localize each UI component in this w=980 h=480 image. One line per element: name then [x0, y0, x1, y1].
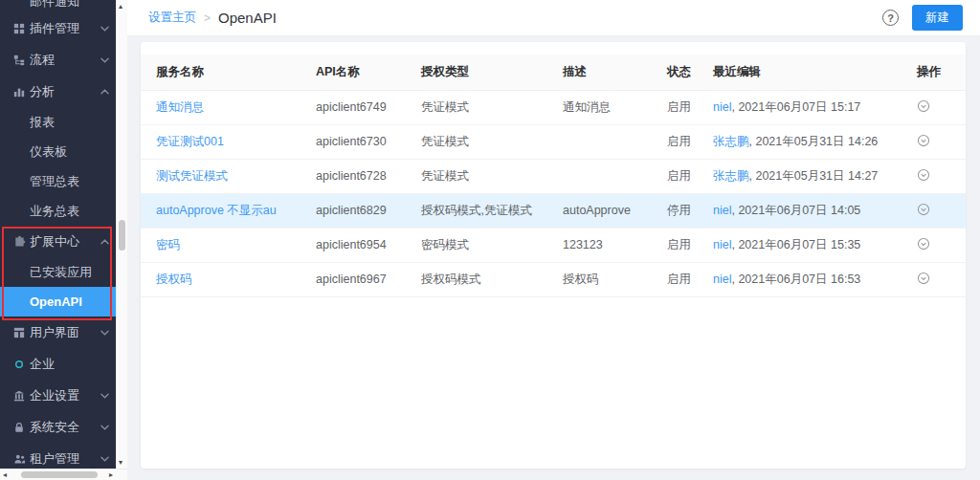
breadcrumb-home-link[interactable]: 设置主页: [148, 10, 196, 26]
last-edited-cell: niel, 2021年06月07日 15:35: [698, 228, 902, 262]
scroll-up-arrow-icon[interactable]: ▴: [119, 3, 122, 11]
actions-cell: [902, 262, 966, 296]
sidebar-item-tenant-management[interactable]: 租户管理: [0, 443, 116, 469]
sidebar-item-label: 已安装应用: [30, 264, 92, 281]
service-name-cell: 通知消息: [141, 90, 301, 124]
editor-link[interactable]: niel: [713, 204, 731, 217]
row-actions-button[interactable]: [917, 237, 930, 253]
sidebar-item-analytics[interactable]: 分析: [0, 76, 116, 107]
last-edited-cell: niel, 2021年06月07日 15:17: [698, 90, 902, 124]
page-title: OpenAPI: [218, 10, 277, 26]
service-name-link[interactable]: autoApprove 不显示au: [156, 204, 277, 217]
sidebar-item-extension-center[interactable]: 扩展中心: [0, 226, 116, 257]
dot-icon: [12, 360, 26, 369]
sidebar-item-label: OpenAPI: [30, 295, 82, 309]
editor-link[interactable]: 张志鹏: [713, 169, 749, 183]
service-name-link[interactable]: 凭证测试001: [156, 135, 224, 148]
table-row: 密码apiclient6954密码模式123123启用niel, 2021年06…: [141, 228, 966, 262]
sidebar-item-mail-notification[interactable]: 邮件通知: [0, 0, 116, 12]
column-header: 最近编辑: [698, 55, 902, 90]
sidebar-item-dashboard[interactable]: 仪表板: [0, 137, 116, 166]
last-edited-cell: 张志鹏, 2021年05月31日 14:27: [698, 159, 902, 193]
sidebar-item-plugin-management[interactable]: 插件管理: [0, 12, 116, 44]
vertical-scrollbar-thumb[interactable]: [119, 220, 125, 251]
row-actions-button[interactable]: [917, 168, 930, 185]
column-header: API名称: [301, 55, 406, 90]
description-cell: 授权码: [547, 262, 652, 296]
chevron-down-circle-icon: [917, 134, 930, 150]
sidebar-horizontal-scrollbar[interactable]: ◂ ▸: [0, 469, 127, 480]
sidebar-item-user-interface[interactable]: 用户界面: [0, 316, 116, 348]
chevron-down-circle-icon: [917, 272, 930, 288]
column-header: 状态: [652, 55, 698, 90]
service-name-link[interactable]: 测试凭证模式: [156, 169, 228, 183]
service-name-link[interactable]: 密码: [156, 238, 180, 251]
chevron-down-icon: [100, 330, 109, 336]
table-row: autoApprove 不显示auapiclient6829授权码模式,凭证模式…: [141, 193, 966, 228]
breadcrumb-separator: >: [204, 11, 211, 25]
sidebar-item-reports[interactable]: 报表: [0, 107, 116, 137]
sidebar-item-label: 邮件通知: [30, 0, 79, 11]
service-name-link[interactable]: 授权码: [156, 273, 192, 286]
chart-icon: [12, 86, 26, 98]
api-name-cell: apiclient6749: [301, 90, 406, 124]
main-content: 设置主页 > OpenAPI ? 新建 服务名称API名称授权类型描述状态最近编…: [127, 0, 980, 480]
chevron-down-circle-icon: [917, 203, 930, 219]
sidebar-item-business-summary[interactable]: 业务总表: [0, 196, 116, 226]
sidebar-item-enterprise[interactable]: 企业: [0, 348, 116, 380]
service-name-link[interactable]: 通知消息: [156, 100, 204, 114]
horizontal-scrollbar-thumb[interactable]: [21, 471, 98, 478]
chevron-down-icon: [100, 456, 109, 462]
create-new-button[interactable]: 新建: [912, 5, 963, 31]
column-header: 描述: [547, 55, 652, 90]
topbar: 设置主页 > OpenAPI ? 新建: [127, 0, 980, 36]
sidebar-vertical-scrollbar[interactable]: ▴ ▾: [116, 0, 127, 469]
chevron-down-icon: [100, 425, 109, 430]
service-name-cell: autoApprove 不显示au: [141, 193, 301, 228]
row-actions-button[interactable]: [917, 203, 930, 219]
flow-icon: [12, 55, 26, 66]
description-cell: [547, 124, 652, 159]
sidebar-item-enterprise-settings[interactable]: 企业设置: [0, 380, 116, 411]
lock-icon: [12, 422, 26, 433]
last-edited-cell: niel, 2021年06月07日 16:53: [698, 262, 902, 296]
sidebar-item-label: 报表: [30, 114, 55, 131]
scroll-left-arrow-icon[interactable]: ◂: [3, 471, 7, 479]
editor-link[interactable]: 张志鹏: [713, 135, 749, 148]
sidebar: 邮件通知插件管理流程分析报表仪表板管理总表业务总表扩展中心已安装应用OpenAP…: [0, 0, 116, 469]
edited-time: , 2021年06月07日 15:17: [731, 100, 860, 114]
api-name-cell: apiclient6728: [301, 159, 406, 193]
editor-link[interactable]: niel: [713, 238, 731, 251]
status-cell: 启用: [652, 90, 698, 124]
sidebar-item-label: 管理总表: [30, 173, 79, 190]
row-actions-button[interactable]: [917, 272, 930, 288]
sidebar-item-label: 分析: [30, 83, 55, 100]
sidebar-item-installed-apps[interactable]: 已安装应用: [0, 257, 116, 287]
sidebar-item-management-summary[interactable]: 管理总表: [0, 166, 116, 196]
row-actions-button[interactable]: [917, 99, 930, 116]
scroll-right-arrow-icon[interactable]: ▸: [109, 471, 113, 479]
sidebar-item-label: 业务总表: [30, 203, 79, 220]
scroll-down-arrow-icon[interactable]: ▾: [119, 459, 122, 467]
help-icon[interactable]: ?: [882, 10, 899, 26]
sidebar-item-label: 仪表板: [30, 143, 67, 161]
editor-link[interactable]: niel: [713, 273, 731, 286]
services-table: 服务名称API名称授权类型描述状态最近编辑操作 通知消息apiclient674…: [141, 55, 966, 297]
service-name-cell: 测试凭证模式: [141, 159, 301, 193]
editor-link[interactable]: niel: [713, 100, 731, 114]
chevron-down-icon: [100, 26, 109, 32]
sidebar-item-system-security[interactable]: 系统安全: [0, 411, 116, 443]
chevron-down-icon: [100, 393, 109, 399]
sidebar-item-workflow[interactable]: 流程: [0, 44, 116, 76]
sidebar-item-label: 流程: [30, 52, 55, 69]
table-row: 测试凭证模式apiclient6728凭证模式启用张志鹏, 2021年05月31…: [141, 159, 966, 193]
sidebar-item-openapi[interactable]: OpenAPI: [0, 287, 116, 316]
auth-type-cell: 密码模式: [406, 228, 547, 262]
ui-icon: [12, 327, 26, 338]
edited-time: , 2021年06月07日 15:35: [731, 238, 860, 251]
edited-time: , 2021年05月31日 14:26: [749, 135, 879, 148]
last-edited-cell: niel, 2021年06月07日 14:05: [698, 193, 902, 228]
row-actions-button[interactable]: [917, 134, 930, 150]
sidebar-item-label: 扩展中心: [30, 233, 79, 251]
auth-type-cell: 授权码模式,凭证模式: [406, 193, 547, 228]
